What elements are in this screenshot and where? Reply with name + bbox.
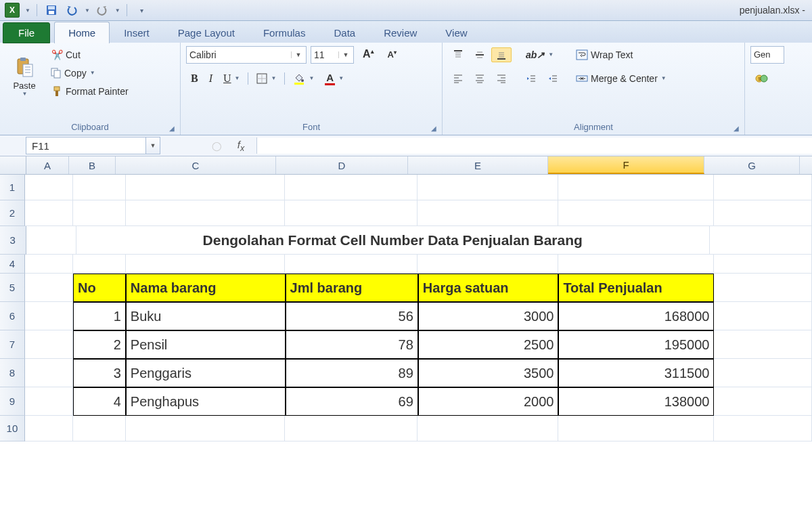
- title-cell[interactable]: Dengolahan Format Cell Number Data Penju…: [76, 226, 710, 255]
- column-header-B[interactable]: B: [69, 156, 116, 174]
- cell[interactable]: [73, 200, 125, 226]
- column-header-D[interactable]: D: [276, 156, 408, 174]
- cell[interactable]: [73, 175, 125, 200]
- cell[interactable]: [126, 416, 286, 441]
- align-top-button[interactable]: [448, 47, 468, 62]
- cell[interactable]: [558, 255, 714, 274]
- format-painter-button[interactable]: Format Painter: [46, 83, 133, 100]
- cell[interactable]: [285, 175, 418, 200]
- redo-button[interactable]: [94, 2, 110, 18]
- cell-jml[interactable]: 69: [286, 387, 418, 416]
- paste-button[interactable]: Paste ▼: [5, 45, 43, 108]
- row-header[interactable]: 10: [0, 416, 25, 441]
- cell[interactable]: [714, 387, 812, 416]
- cell[interactable]: [714, 175, 812, 200]
- chevron-down-icon[interactable]: ▼: [85, 7, 90, 14]
- header-cell-no[interactable]: No: [73, 274, 126, 302]
- cell[interactable]: [25, 175, 74, 200]
- cell-no[interactable]: 3: [73, 359, 126, 387]
- row-header[interactable]: 5: [0, 274, 25, 302]
- row-header[interactable]: 2: [0, 200, 25, 226]
- cell[interactable]: [418, 416, 558, 441]
- cell[interactable]: [418, 255, 558, 274]
- cell[interactable]: [25, 359, 73, 387]
- formula-input[interactable]: [256, 137, 812, 154]
- font-size-combo[interactable]: 11 ▼: [311, 46, 354, 64]
- tab-formulas[interactable]: Formulas: [249, 22, 320, 43]
- cell[interactable]: [25, 416, 74, 441]
- column-header-A[interactable]: A: [26, 156, 69, 174]
- cell[interactable]: [73, 416, 125, 441]
- cell[interactable]: [714, 359, 812, 387]
- number-format-combo[interactable]: Gen: [750, 46, 784, 64]
- increase-indent-button[interactable]: [543, 71, 563, 86]
- cell[interactable]: [25, 255, 74, 274]
- column-header-G[interactable]: G: [704, 156, 800, 174]
- dialog-launcher-icon[interactable]: ◢: [169, 125, 175, 132]
- cell-jml[interactable]: 56: [286, 302, 418, 330]
- cell-total[interactable]: 138000: [558, 387, 714, 416]
- cut-button[interactable]: ✂️ Cut: [46, 47, 85, 63]
- align-center-button[interactable]: [470, 71, 490, 86]
- font-name-combo[interactable]: Calibri ▼: [186, 46, 307, 64]
- cell[interactable]: [714, 274, 812, 302]
- cell-no[interactable]: 4: [73, 387, 126, 416]
- excel-menu-button[interactable]: X: [4, 2, 20, 18]
- cell[interactable]: [558, 175, 714, 200]
- cell[interactable]: [710, 226, 812, 255]
- dialog-launcher-icon[interactable]: ◢: [734, 125, 739, 132]
- chevron-down-icon[interactable]: ▼: [115, 7, 120, 14]
- shrink-font-button[interactable]: A▾: [383, 47, 401, 62]
- font-color-button[interactable]: A ▼: [320, 70, 348, 87]
- cell[interactable]: [126, 200, 286, 226]
- name-box-dropdown[interactable]: ▼: [146, 137, 160, 154]
- cell[interactable]: [558, 416, 714, 441]
- cell-total[interactable]: 195000: [558, 330, 714, 359]
- cell[interactable]: [25, 302, 73, 330]
- align-left-button[interactable]: [448, 71, 468, 86]
- cell-jml[interactable]: 89: [286, 359, 418, 387]
- cell[interactable]: [285, 200, 418, 226]
- cell[interactable]: [714, 416, 812, 441]
- cell[interactable]: [418, 200, 558, 226]
- row-header[interactable]: 1: [0, 175, 25, 200]
- tab-insert[interactable]: Insert: [110, 22, 164, 43]
- cell-harga[interactable]: 3500: [418, 359, 559, 387]
- cell[interactable]: [285, 255, 418, 274]
- cell[interactable]: [418, 175, 558, 200]
- fill-color-button[interactable]: ▼: [288, 70, 319, 87]
- chevron-down-icon[interactable]: ▼: [25, 7, 30, 14]
- cell-no[interactable]: 1: [73, 302, 126, 330]
- save-button[interactable]: [43, 2, 60, 18]
- align-bottom-button[interactable]: [491, 47, 512, 62]
- column-header-E[interactable]: E: [408, 156, 548, 174]
- cell[interactable]: [714, 200, 812, 226]
- align-right-button[interactable]: [491, 71, 512, 86]
- row-header[interactable]: 4: [0, 255, 25, 274]
- align-middle-button[interactable]: [470, 47, 490, 62]
- tab-data[interactable]: Data: [319, 22, 369, 43]
- cell[interactable]: [25, 200, 74, 226]
- tab-file[interactable]: File: [3, 22, 50, 43]
- cell[interactable]: [25, 387, 73, 416]
- tab-page-layout[interactable]: Page Layout: [164, 22, 249, 43]
- qat-customize-button[interactable]: ▾: [133, 2, 150, 18]
- cell-total[interactable]: 168000: [558, 302, 714, 330]
- row-header[interactable]: 7: [0, 330, 25, 359]
- grow-font-button[interactable]: A▴: [358, 46, 379, 62]
- copy-button[interactable]: Copy ▼: [46, 66, 100, 81]
- decrease-indent-button[interactable]: [521, 71, 541, 86]
- borders-button[interactable]: ▼: [252, 71, 281, 86]
- cell-nama[interactable]: Buku: [126, 302, 286, 330]
- bold-button[interactable]: B: [186, 70, 203, 87]
- cell[interactable]: [126, 175, 286, 200]
- wrap-text-button[interactable]: Wrap Text: [571, 47, 638, 62]
- undo-button[interactable]: [64, 2, 80, 18]
- insert-function-button[interactable]: fx: [232, 138, 250, 153]
- column-header-F[interactable]: F: [548, 156, 704, 174]
- orientation-button[interactable]: ab↗▼: [521, 47, 558, 62]
- cell-harga[interactable]: 2500: [418, 330, 559, 359]
- row-header[interactable]: 6: [0, 302, 25, 330]
- cell-total[interactable]: 311500: [558, 359, 714, 387]
- name-box[interactable]: F11: [26, 137, 146, 154]
